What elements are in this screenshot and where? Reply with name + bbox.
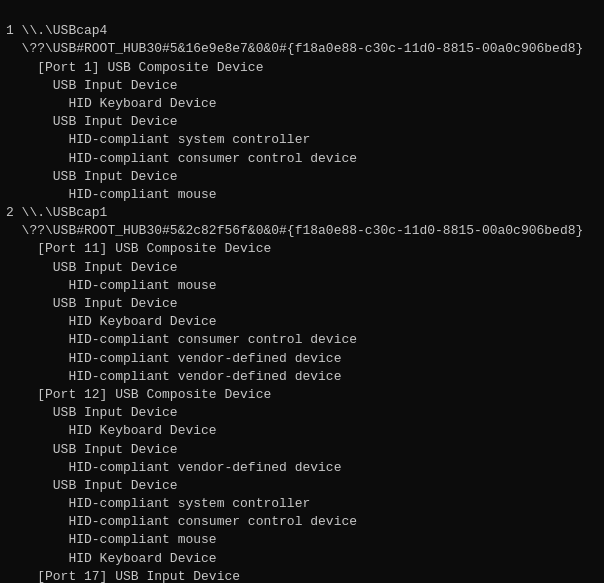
terminal-line: HID-compliant vendor-defined device — [6, 368, 598, 386]
terminal-line: [Port 1] USB Composite Device — [6, 59, 598, 77]
terminal-line: USB Input Device — [6, 404, 598, 422]
terminal-output: 1 \\.\USBcap4 \??\USB#ROOT_HUB30#5&16e9e… — [0, 0, 604, 583]
terminal-line: HID-compliant mouse — [6, 186, 598, 204]
terminal-line: HID Keyboard Device — [6, 550, 598, 568]
terminal-line: USB Input Device — [6, 441, 598, 459]
terminal-line: HID-compliant consumer control device — [6, 331, 598, 349]
terminal-line: HID-compliant consumer control device — [6, 150, 598, 168]
terminal-line: [Port 17] USB Input Device — [6, 568, 598, 583]
terminal-line: HID-compliant vendor-defined device — [6, 350, 598, 368]
terminal-line: USB Input Device — [6, 168, 598, 186]
terminal-line: USB Input Device — [6, 477, 598, 495]
terminal-line: USB Input Device — [6, 77, 598, 95]
terminal-line: USB Input Device — [6, 295, 598, 313]
terminal-line: [Port 11] USB Composite Device — [6, 240, 598, 258]
terminal-line: [Port 12] USB Composite Device — [6, 386, 598, 404]
terminal-line: USB Input Device — [6, 259, 598, 277]
terminal-line: HID-compliant system controller — [6, 131, 598, 149]
terminal-line: HID-compliant consumer control device — [6, 513, 598, 531]
terminal-line: 1 \\.\USBcap4 — [6, 22, 598, 40]
terminal-line: USB Input Device — [6, 113, 598, 131]
terminal-line: \??\USB#ROOT_HUB30#5&16e9e8e7&0&0#{f18a0… — [6, 40, 598, 58]
terminal-line: \??\USB#ROOT_HUB30#5&2c82f56f&0&0#{f18a0… — [6, 222, 598, 240]
terminal-line: 2 \\.\USBcap1 — [6, 204, 598, 222]
terminal-line: HID-compliant mouse — [6, 531, 598, 549]
terminal-line: HID-compliant mouse — [6, 277, 598, 295]
terminal-line: HID-compliant vendor-defined device — [6, 459, 598, 477]
terminal-line: HID-compliant system controller — [6, 495, 598, 513]
terminal-line: HID Keyboard Device — [6, 422, 598, 440]
terminal-line: HID Keyboard Device — [6, 313, 598, 331]
terminal-line: HID Keyboard Device — [6, 95, 598, 113]
